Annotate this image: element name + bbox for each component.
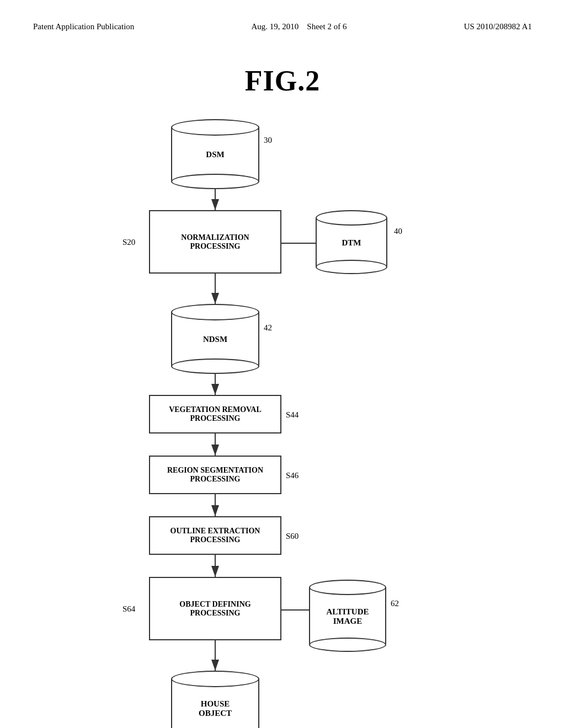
dsm-cylinder: DSM: [171, 119, 259, 183]
region-box: REGION SEGMENTATIONPROCESSING: [149, 456, 281, 494]
outline-label: OUTLINE EXTRACTIONPROCESSING: [170, 527, 260, 544]
diagram-arrows: [0, 103, 565, 709]
header-left: Patent Application Publication: [33, 22, 134, 31]
header-center: Aug. 19, 2010 Sheet 2 of 6: [252, 22, 347, 31]
header-sheet: Sheet 2 of 6: [307, 22, 347, 31]
page-header: Patent Application Publication Aug. 19, …: [0, 0, 565, 31]
region-id: S46: [286, 471, 299, 480]
house-cylinder: HOUSEOBJECT: [171, 671, 259, 728]
region-label: REGION SEGMENTATIONPROCESSING: [167, 466, 263, 484]
vegetation-id: S44: [286, 410, 299, 420]
header-date: Aug. 19, 2010: [252, 22, 299, 31]
outline-id: S60: [286, 532, 299, 541]
vegetation-label: VEGETATION REMOVALPROCESSING: [169, 405, 262, 423]
dtm-cylinder: DTM: [316, 210, 387, 268]
altitude-id: 62: [391, 599, 399, 608]
altitude-cylinder: ALTITUDEIMAGE: [309, 580, 386, 646]
altitude-label: ALTITUDEIMAGE: [327, 607, 369, 626]
ndsm-id: 42: [264, 323, 272, 333]
header-right: US 2010/208982 A1: [464, 22, 532, 31]
vegetation-box: VEGETATION REMOVALPROCESSING: [149, 395, 281, 433]
dtm-id: 40: [394, 227, 402, 236]
object-defining-id: S64: [122, 604, 135, 614]
normalization-box: NORMALIZATIONPROCESSING: [149, 210, 281, 274]
dsm-id: 30: [264, 136, 272, 145]
normalization-id: S20: [122, 238, 135, 247]
house-label: HOUSEOBJECT: [199, 699, 232, 718]
ndsm-label: NDSM: [203, 335, 227, 344]
object-defining-label: OBJECT DEFININGPROCESSING: [179, 600, 250, 618]
dsm-label: DSM: [206, 150, 224, 159]
normalization-label: NORMALIZATIONPROCESSING: [181, 233, 249, 251]
ndsm-cylinder: NDSM: [171, 304, 259, 367]
object-defining-box: OBJECT DEFININGPROCESSING: [149, 577, 281, 640]
figure-title: FIG.2: [0, 65, 565, 97]
outline-box: OUTLINE EXTRACTIONPROCESSING: [149, 516, 281, 555]
dtm-label: DTM: [342, 238, 361, 248]
diagram: DSM 30 NORMALIZATIONPROCESSING S20 DTM 4…: [0, 103, 565, 709]
